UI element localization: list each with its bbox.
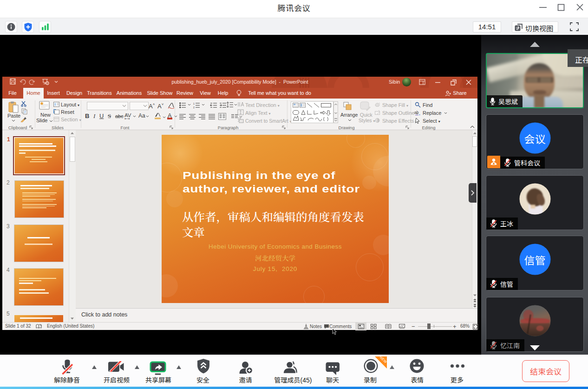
- svg-text:2: 2: [193, 106, 195, 108]
- svg-text:ab: ab: [414, 110, 419, 115]
- svg-text:1: 1: [193, 102, 195, 105]
